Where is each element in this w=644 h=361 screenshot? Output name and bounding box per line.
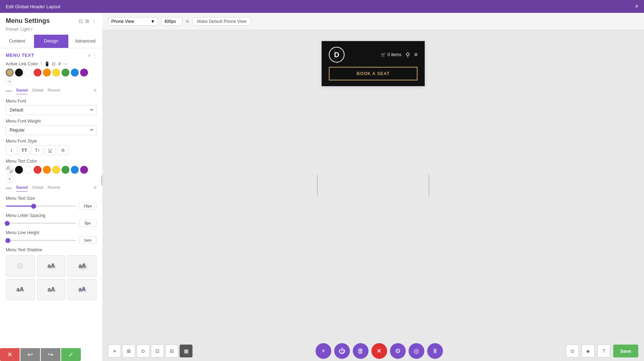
active-link-color-red-swatch[interactable] [34,69,42,76]
active-link-eyedropper[interactable]: ✎ [6,78,14,86]
active-link-mobile-icon[interactable]: 📱 [44,61,50,66]
active-link-color-blue-swatch[interactable] [71,69,79,76]
menu-text-size-track[interactable] [6,206,76,207]
menu-text-color-swatches: ✎ [6,166,97,183]
left-resize-handle[interactable] [317,175,318,196]
power-button[interactable]: ⏻ [334,343,350,359]
active-link-color-custom-swatch[interactable] [6,69,14,76]
active-link-color-help[interactable]: ? [40,62,42,66]
menu-text-color-yellow-swatch[interactable] [52,166,60,174]
settings-button[interactable]: ⚙ [390,343,406,359]
right-search-button[interactable]: ⊙ [566,345,579,357]
preview-menu-icon[interactable]: ≡ [414,51,418,58]
menu-font-select[interactable]: Default Arial Georgia [6,105,97,115]
right-help-button[interactable]: ? [597,345,610,357]
active-link-reset-icon[interactable]: ↺ [58,61,61,66]
px-close-icon[interactable]: ✕ [185,19,190,24]
menu-line-height-track[interactable] [6,240,76,241]
px-input[interactable] [161,17,182,26]
menu-text-color-purple-swatch[interactable] [80,166,88,174]
phone-preview: D 🛒 0 items ⚲ ≡ BOOK A SEAT [321,41,425,86]
menu-text-color-red-swatch[interactable] [34,166,42,174]
active-link-clear[interactable]: ⊗ [93,88,97,94]
preview-book-button[interactable]: BOOK A SEAT [329,67,418,80]
menu-letter-spacing-track[interactable] [6,223,76,224]
active-link-dots[interactable]: ••• [6,88,12,94]
undo-button[interactable]: ↩ [20,348,40,361]
close-center-button[interactable]: ✕ [371,343,387,359]
copy-icon[interactable]: ⊡ [79,18,83,24]
save-button[interactable]: Save [613,345,638,357]
shadow-3[interactable]: aA [6,279,35,300]
tab-content[interactable]: Content [0,35,34,48]
menu-text-color-orange-swatch[interactable] [43,166,51,174]
capitalize-button[interactable]: Tt [31,145,43,155]
menu-line-height-input[interactable] [79,237,97,244]
tool-search-icon[interactable]: ⊙ [137,345,150,357]
menu-text-recent-tab[interactable]: Recent [48,185,60,192]
preview-nav: D 🛒 0 items ⚲ ≡ [329,47,418,63]
delete-button[interactable]: 🗑 [353,343,369,359]
shadow-2[interactable]: aA [68,255,97,277]
tool-phone-icon[interactable]: ▦ [180,345,192,357]
active-link-color-yellow-swatch[interactable] [52,69,60,76]
menu-text-color-black-swatch[interactable] [15,166,23,174]
uppercase-button[interactable]: TT [19,145,30,155]
italic-button[interactable]: I [6,145,17,155]
active-link-more-icon[interactable]: ⋯ [63,61,68,66]
active-link-color-black-swatch[interactable] [15,69,23,76]
confirm-button[interactable]: ✓ [61,348,81,361]
active-link-copy-icon[interactable]: ⊡ [52,61,55,66]
target-button[interactable]: ◎ [409,343,424,359]
menu-font-weight-select[interactable]: Regular Bold Light [6,125,97,135]
active-link-saved-tab[interactable]: Saved [16,88,28,94]
menu-text-global-tab[interactable]: Global [32,185,43,192]
tool-grid-icon[interactable]: ⊞ [122,345,135,357]
menu-text-color-white-swatch[interactable] [24,166,32,174]
menu-text-color-blue-swatch[interactable] [71,166,79,174]
menu-letter-spacing-input[interactable] [79,219,97,227]
section-more-icon[interactable]: ⋮ [92,53,97,58]
expand-icon[interactable]: ⊞ [85,18,89,24]
active-link-color-white-swatch[interactable] [24,69,32,76]
view-select[interactable]: Phone View ▼ [108,17,158,26]
cancel-button[interactable]: ✕ [0,348,20,361]
tool-menu-icon[interactable]: ≡ [108,345,121,357]
tab-advanced[interactable]: Advanced [68,35,102,48]
tool-desktop-icon[interactable]: ⊡ [151,345,164,357]
add-button[interactable]: + [316,343,331,359]
menu-text-saved-tab[interactable]: Saved [16,185,28,192]
pause-button[interactable]: ⏸ [427,343,443,359]
top-bar: Edit Global Header Layout × [0,0,644,13]
redo-button[interactable]: ↪ [41,348,60,361]
right-resize-handle[interactable] [429,175,429,196]
shadow-4[interactable]: aA [37,279,66,300]
panel-header: Menu Settings ⊡ ⊞ ⋮ [0,13,102,26]
preview-search-icon[interactable]: ⚲ [406,51,410,58]
close-button[interactable]: × [635,3,638,10]
underline-button[interactable]: U [44,145,56,155]
menu-text-dots[interactable]: ••• [6,185,12,192]
menu-text-color-green-swatch[interactable] [62,166,69,174]
panel-header-icons: ⊡ ⊞ ⋮ [79,18,97,24]
collapse-icon[interactable]: ∧ [88,53,91,58]
tool-tablet-icon[interactable]: ⊟ [165,345,178,357]
strikethrough-button[interactable]: S [57,145,69,155]
menu-text-size-slider-row [6,202,97,209]
tab-design[interactable]: Design [34,35,68,48]
make-default-button[interactable]: Make Default Phone View [192,17,251,26]
active-link-color-purple-swatch[interactable] [80,69,88,76]
active-link-global-tab[interactable]: Global [32,88,43,94]
active-link-color-green-swatch[interactable] [62,69,69,76]
menu-text-size-input[interactable] [79,202,97,209]
menu-text-clear[interactable]: ⊗ [93,185,97,192]
shadow-5[interactable]: aA [68,279,97,300]
more-icon[interactable]: ⋮ [92,18,97,24]
shadow-1[interactable]: aA [37,255,66,277]
menu-text-color-transparent-swatch[interactable] [6,166,14,174]
shadow-none[interactable]: ⊘ [6,255,35,277]
menu-text-eyedropper[interactable]: ✎ [6,175,14,183]
active-link-color-orange-swatch[interactable] [43,69,51,76]
active-link-recent-tab[interactable]: Recent [48,88,60,94]
right-layout-button[interactable]: ◈ [582,345,595,357]
